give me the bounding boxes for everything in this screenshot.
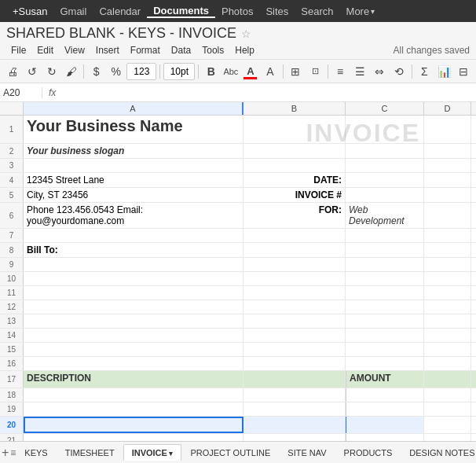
cell-b3[interactable] [243,159,346,172]
add-sheet-button[interactable]: + [2,443,9,462]
cell-a4[interactable]: 12345 Street Lane [24,173,243,187]
tab-design-notes[interactable]: DESIGN NOTES [401,444,476,461]
font-color-button[interactable]: A [241,62,259,81]
cell-d7[interactable] [424,229,471,242]
cell-c14[interactable] [346,329,424,342]
cell-d1[interactable] [424,116,471,143]
merge-button[interactable]: ⊡ [306,62,324,81]
cell-d2[interactable] [424,144,471,158]
redo-button[interactable]: ↻ [42,62,60,81]
col-header-d[interactable]: D [424,102,471,115]
cell-d11[interactable] [424,286,471,299]
cell-b13[interactable] [243,314,346,328]
cell-b14[interactable] [243,329,346,342]
cell-a18[interactable] [24,388,243,402]
cell-b17[interactable] [243,371,346,388]
cell-a7[interactable] [24,229,243,242]
cell-d8[interactable] [424,243,471,257]
tab-keys[interactable]: KEYS [16,444,56,461]
tab-invoice[interactable]: INVOICE [123,444,182,461]
align-center-button[interactable]: ☰ [351,62,369,81]
menu-tools[interactable]: Tools [197,43,229,57]
print-button[interactable]: 🖨 [3,62,21,81]
tab-timesheet[interactable]: TIMESHEET [57,444,123,461]
cell-b18[interactable] [243,388,346,402]
zoom-input[interactable] [126,63,156,80]
cell-d5[interactable] [424,188,471,202]
menu-edit[interactable]: Edit [32,43,58,57]
menu-insert[interactable]: Insert [91,43,124,57]
tab-products[interactable]: PRODUCTS [335,444,401,461]
highlight-color-button[interactable]: A [261,62,279,81]
col-header-a[interactable]: A [24,102,243,115]
currency-button[interactable]: $ [87,62,105,81]
cell-d17[interactable] [424,371,471,388]
cell-a20[interactable] [24,417,243,433]
cell-b7[interactable] [243,229,346,242]
cell-c10[interactable] [346,272,424,285]
cell-d3[interactable] [424,159,471,172]
cell-a17[interactable]: DESCRIPTION [24,371,243,388]
cell-c18[interactable] [346,388,424,402]
cell-d13[interactable] [424,314,471,328]
cell-a14[interactable] [24,329,243,342]
cell-c1[interactable]: INVOICE [346,116,424,143]
cell-b15[interactable] [243,343,346,356]
cell-b20[interactable] [243,417,346,433]
undo-button[interactable]: ↺ [23,62,41,81]
menu-file[interactable]: File [6,43,31,57]
cell-a11[interactable] [24,286,243,299]
cell-a6[interactable]: Phone 123.456.0543 Email: you@yourdomane… [24,203,243,228]
cell-c20[interactable] [346,417,424,433]
cell-d14[interactable] [424,329,471,342]
cell-b6[interactable]: FOR: [243,203,346,228]
filter-button[interactable]: ⊟ [455,62,473,81]
cell-c13[interactable] [346,314,424,328]
cell-a9[interactable] [24,258,243,271]
cell-c17[interactable]: AMOUNT [346,371,424,388]
paint-format-button[interactable]: 🖌 [62,62,80,81]
menu-format[interactable]: Format [126,43,165,57]
wrap-button[interactable]: ⇔ [371,62,389,81]
cell-d15[interactable] [424,343,471,356]
cell-b16[interactable] [243,357,346,370]
nav-search[interactable]: Search [295,6,339,17]
sheet-list-button[interactable]: ≡ [10,443,16,462]
cell-b10[interactable] [243,272,346,285]
cell-reference[interactable]: A20 [3,87,42,98]
star-button[interactable]: ☆ [241,28,251,40]
menu-view[interactable]: View [60,43,90,57]
cell-b5[interactable]: INVOICE # [243,188,346,202]
cell-c7[interactable] [346,229,424,242]
cell-c5[interactable] [346,188,424,202]
function-button[interactable]: Σ [416,62,434,81]
cell-c15[interactable] [346,343,424,356]
cell-c8[interactable] [346,243,424,257]
cell-a2[interactable]: Your business slogan [24,144,243,158]
cell-a16[interactable] [24,357,243,370]
cell-a5[interactable]: City, ST 23456 [24,188,243,202]
cell-a1[interactable]: Your Business Name [24,116,243,143]
cell-a10[interactable] [24,272,243,285]
chart-button[interactable]: 📊 [435,62,453,81]
nav-documents[interactable]: Documents [147,5,215,18]
cell-d16[interactable] [424,357,471,370]
borders-button[interactable]: ⊞ [287,62,305,81]
font-size-input[interactable] [163,63,195,80]
user-menu[interactable]: +Susan [6,6,53,17]
cell-b2[interactable] [243,144,346,158]
cell-a19[interactable] [24,402,243,416]
cell-a15[interactable] [24,343,243,356]
cell-d19[interactable] [424,402,471,416]
cell-c12[interactable] [346,300,424,314]
cell-c9[interactable] [346,258,424,271]
cell-b12[interactable] [243,300,346,314]
nav-photos[interactable]: Photos [215,6,259,17]
col-header-b[interactable]: B [243,102,346,115]
nav-gmail[interactable]: Gmail [53,6,93,17]
cell-b11[interactable] [243,286,346,299]
cell-a13[interactable] [24,314,243,328]
cell-d18[interactable] [424,388,471,402]
cell-d9[interactable] [424,258,471,271]
cell-c3[interactable] [346,159,424,172]
